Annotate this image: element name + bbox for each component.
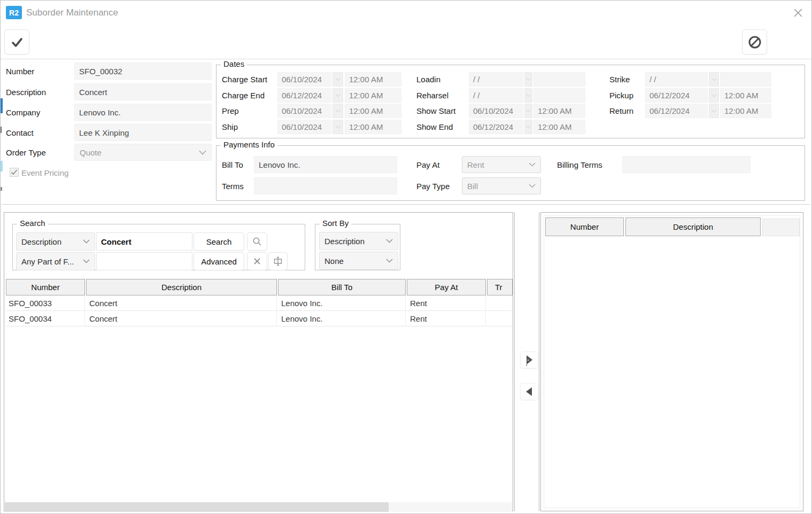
- loadin-label: Loadin: [416, 72, 440, 87]
- sort-primary-select[interactable]: Description: [319, 232, 398, 250]
- charge-end-date-dropdown[interactable]: [332, 88, 343, 103]
- sort-primary-value: Description: [324, 237, 365, 246]
- number-field[interactable]: SFO_00032: [74, 63, 212, 80]
- show-end-label: Show End: [416, 120, 453, 134]
- return-time-input[interactable]: 12:00 AM: [720, 104, 771, 118]
- pickup-date-input[interactable]: 06/12/2024: [645, 88, 708, 103]
- billing-terms-field[interactable]: [622, 156, 751, 173]
- prep-time-input[interactable]: 12:00 AM: [345, 104, 401, 118]
- reharsel-date-dropdown[interactable]: [524, 88, 532, 103]
- strip-divider: [539, 212, 539, 511]
- pay-at-label: Pay At: [416, 156, 439, 173]
- charge-start-label: Charge Start: [222, 72, 267, 87]
- search-button[interactable]: Search: [194, 232, 244, 251]
- close-button[interactable]: [791, 6, 805, 20]
- checkmark-icon: [11, 169, 18, 175]
- reharsel-date-input[interactable]: / /: [469, 88, 523, 103]
- horizontal-scrollbar-track[interactable]: [5, 502, 512, 512]
- show-start-time-input[interactable]: 12:00 AM: [533, 104, 585, 118]
- results-header-number[interactable]: Number: [6, 279, 85, 295]
- magnifier-icon: [252, 237, 262, 246]
- show-start-date-dropdown[interactable]: [524, 104, 532, 118]
- chevron-down-icon: [83, 259, 90, 263]
- show-end-time-input[interactable]: 12:00 AM: [533, 120, 585, 134]
- search-group: Search Description Concert Search Any Pa…: [12, 224, 305, 270]
- cell-description: Concert: [86, 295, 277, 311]
- column-options-button[interactable]: [268, 252, 288, 270]
- background-window-sliver: [1, 127, 2, 133]
- table-row[interactable]: SFO_00034 Concert Lenovo Inc. Rent: [5, 311, 513, 326]
- chevron-down-icon: [83, 239, 90, 244]
- prep-date-input[interactable]: 06/10/2024: [277, 104, 331, 118]
- charge-end-time-input[interactable]: 12:00 AM: [345, 88, 401, 103]
- advanced-button[interactable]: Advanced: [194, 252, 244, 270]
- sortby-legend: Sort By: [320, 219, 351, 228]
- search-query-input[interactable]: Concert: [96, 232, 192, 251]
- show-end-date-input[interactable]: 06/12/2024: [469, 120, 523, 134]
- loadin-date-input[interactable]: / /: [469, 72, 523, 87]
- contact-field[interactable]: Lee K Xinping: [74, 124, 212, 141]
- event-pricing-checkbox[interactable]: [10, 168, 19, 177]
- strike-time-input[interactable]: [720, 72, 771, 87]
- charge-end-date-input[interactable]: 06/12/2024: [277, 88, 331, 103]
- return-date-input[interactable]: 06/12/2024: [645, 104, 708, 118]
- chevron-down-icon: [712, 110, 717, 113]
- charge-end-label: Charge End: [222, 88, 265, 103]
- reharsel-time-input[interactable]: [533, 88, 585, 103]
- target-header-number[interactable]: Number: [545, 217, 624, 236]
- chevron-down-icon: [526, 126, 531, 129]
- search-query2-input[interactable]: [96, 252, 192, 270]
- charge-start-time-input[interactable]: 12:00 AM: [345, 72, 401, 87]
- confirm-button[interactable]: [4, 29, 29, 54]
- pickup-time-input[interactable]: 12:00 AM: [720, 88, 771, 103]
- chevron-down-icon: [335, 94, 341, 97]
- results-header-description[interactable]: Description: [86, 279, 277, 295]
- target-header-description[interactable]: Description: [625, 217, 761, 236]
- loadin-date-dropdown[interactable]: [524, 72, 532, 87]
- dates-legend: Dates: [221, 59, 247, 68]
- pay-at-select[interactable]: Rent: [462, 156, 541, 173]
- chevron-down-icon: [386, 239, 393, 243]
- return-date-dropdown[interactable]: [709, 104, 719, 118]
- pickup-date-dropdown[interactable]: [709, 88, 719, 103]
- horizontal-scrollbar-thumb[interactable]: [5, 502, 389, 512]
- loadin-time-input[interactable]: [533, 72, 585, 87]
- clear-search-button[interactable]: [247, 252, 267, 270]
- billing-terms-label: Billing Terms: [557, 156, 602, 173]
- results-header-pay-at[interactable]: Pay At: [407, 279, 486, 295]
- charge-start-date-input[interactable]: 06/10/2024: [277, 72, 331, 87]
- search-match-select[interactable]: Any Part of F...: [16, 252, 95, 270]
- pay-type-select[interactable]: Bill: [462, 177, 541, 194]
- chevron-down-icon: [335, 125, 341, 129]
- strike-date-input[interactable]: / /: [645, 72, 708, 87]
- show-start-date-input[interactable]: 06/10/2024: [469, 104, 523, 118]
- results-header-tr[interactable]: Tr: [487, 279, 513, 295]
- description-field[interactable]: Concert: [74, 83, 212, 100]
- charge-start-date-dropdown[interactable]: [332, 72, 343, 87]
- sort-secondary-select[interactable]: None: [319, 252, 398, 270]
- ship-time-input[interactable]: 12:00 AM: [345, 120, 401, 134]
- order-type-select[interactable]: Quote: [74, 144, 212, 161]
- pickup-label: Pickup: [609, 88, 633, 103]
- bill-to-field[interactable]: Lenovo Inc.: [254, 156, 397, 173]
- prep-date-dropdown[interactable]: [332, 104, 343, 118]
- ship-date-dropdown[interactable]: [332, 120, 343, 134]
- show-end-date-dropdown[interactable]: [524, 120, 532, 134]
- strike-date-dropdown[interactable]: [709, 72, 719, 87]
- search-lookup-button[interactable]: [247, 232, 267, 251]
- move-right-button[interactable]: [520, 352, 538, 369]
- search-field-select[interactable]: Description: [16, 232, 95, 251]
- order-type-value: Quote: [80, 148, 102, 157]
- target-header-spacer: [762, 219, 800, 236]
- reharsel-label: Reharsel: [416, 88, 448, 103]
- table-row[interactable]: SFO_00033 Concert Lenovo Inc. Rent: [5, 295, 513, 311]
- cancel-button[interactable]: [742, 29, 767, 54]
- move-left-button[interactable]: [520, 383, 538, 400]
- terms-field[interactable]: [254, 177, 397, 194]
- results-header-bill-to[interactable]: Bill To: [278, 279, 406, 295]
- suborder-maintenance-window: R2 Suborder Maintenance Number SFO_00032…: [0, 0, 812, 514]
- bill-to-label: Bill To: [222, 156, 243, 173]
- company-field[interactable]: Lenovo Inc.: [74, 104, 212, 121]
- ship-date-input[interactable]: 06/10/2024: [277, 120, 331, 134]
- circle-slash-icon: [747, 35, 762, 50]
